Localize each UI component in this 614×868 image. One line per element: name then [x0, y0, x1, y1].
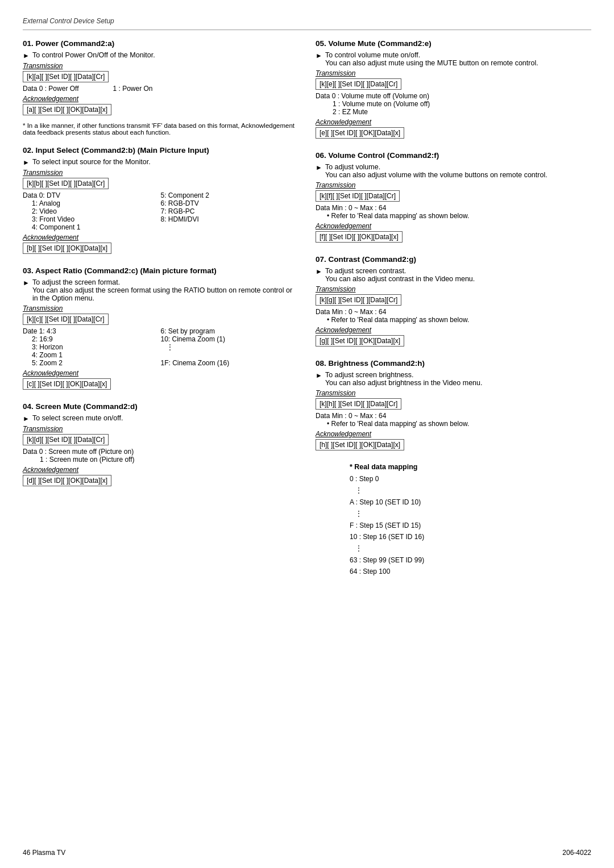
- section-05-desc: To control volume mute on/off. You can a…: [325, 51, 538, 67]
- section-04-title: 04. Screen Mute (Command2:d): [23, 402, 298, 411]
- section-05-ack-label: Acknowledgement: [316, 118, 591, 126]
- section-02-title: 02. Input Select (Command2:b) (Main Pict…: [23, 146, 298, 155]
- section-06-data: Data Min : 0 ~ Max : 64 • Refer to 'Real…: [316, 204, 591, 220]
- arrow-icon-03: ►: [23, 279, 30, 287]
- section-08-arrow: ► To adjust screen brightness. You can a…: [316, 371, 591, 387]
- section-07-arrow: ► To adjust screen contrast. You can als…: [316, 267, 591, 283]
- real-data-mapping: * Real data mapping 0 : Step 0 ⋮ A : Ste…: [350, 463, 591, 578]
- footer-left: 46 Plasma TV: [23, 849, 65, 857]
- section-01-data-0: Data 0 : Power Off: [23, 85, 79, 93]
- page: External Control Device Setup 01. Power …: [0, 0, 614, 868]
- section-07-ack-code: [g][ ][Set ID][ ][OK][Data][x]: [316, 335, 404, 347]
- section-02-tx-label: Transmission: [23, 169, 298, 177]
- section-06-arrow: ► To adjust volume. You can also adjust …: [316, 163, 591, 179]
- left-column: 01. Power (Command2:a) ► To control Powe…: [23, 39, 298, 578]
- section-07-desc: To adjust screen contrast. You can also …: [325, 267, 475, 283]
- section-03-arrow: ► To adjust the screen format. You can a…: [23, 278, 298, 302]
- real-data-entries: 0 : Step 0 ⋮ A : Step 10 (SET ID 10) ⋮ F…: [350, 473, 591, 578]
- section-01-note: * In a like manner, if other functions t…: [23, 122, 298, 136]
- section-02-arrow: ► To select input source for the Monitor…: [23, 158, 298, 166]
- section-06-ack-code: [f][ ][Set ID][ ][OK][Data][x]: [316, 231, 403, 243]
- section-01-tx-label: Transmission: [23, 62, 298, 70]
- section-08-ack-label: Acknowledgement: [316, 430, 591, 438]
- section-07-bullet: • Refer to 'Real data mapping' as shown …: [327, 316, 591, 324]
- section-08-title: 08. Brightness (Command2:h): [316, 359, 591, 368]
- section-01-tx-code: [k][a][ ][Set ID][ ][Data][Cr]: [23, 71, 109, 82]
- arrow-icon-05: ►: [316, 52, 322, 60]
- section-05-tx-label: Transmission: [316, 69, 591, 77]
- section-03-ack-code: [c][ ][Set ID][ ][OK][Data][x]: [23, 378, 111, 390]
- section-02-desc: To select input source for the Monitor.: [32, 158, 151, 166]
- section-06-ack-label: Acknowledgement: [316, 222, 591, 230]
- section-03-desc: To adjust the screen format. You can als…: [32, 278, 298, 302]
- section-08-brightness: 08. Brightness (Command2:h) ► To adjust …: [316, 359, 591, 453]
- section-05-title: 05. Volume Mute (Command2:e): [316, 39, 591, 48]
- section-05-volmute: 05. Volume Mute (Command2:e) ► To contro…: [316, 39, 591, 141]
- section-01-data: Data 0 : Power Off 1 : Power On: [23, 85, 298, 93]
- section-01-title: 01. Power (Command2:a): [23, 39, 298, 48]
- section-08-ack-code: [h][ ][Set ID][ ][OK][Data][x]: [316, 439, 404, 450]
- page-footer: 46 Plasma TV 206-4022: [23, 849, 591, 857]
- section-04-tx-code: [k][d][ ][Set ID][ ][Data][Cr]: [23, 434, 109, 445]
- arrow-icon-07: ►: [316, 268, 322, 276]
- section-01-power: 01. Power (Command2:a) ► To control Powe…: [23, 39, 298, 136]
- section-06-desc: To adjust volume. You can also adjust vo…: [325, 163, 547, 179]
- section-07-tx-label: Transmission: [316, 285, 591, 293]
- section-06-title: 06. Volume Control (Command2:f): [316, 151, 591, 160]
- section-03-ack-label: Acknowledgement: [23, 369, 298, 377]
- section-03-col1: Date 1: 4:3 2: 16:9 3: Horizon 4: Zoom 1…: [23, 327, 161, 367]
- section-04-arrow: ► To select screen mute on/off.: [23, 414, 298, 423]
- section-03-title: 03. Aspect Ratio (Command2:c) (Main pict…: [23, 266, 298, 275]
- section-06-volctrl: 06. Volume Control (Command2:f) ► To adj…: [316, 151, 591, 245]
- section-01-arrow: ► To control Power On/Off of the Monitor…: [23, 51, 298, 60]
- section-05-ack-code: [e][ ][Set ID][ ][OK][Data][x]: [316, 127, 404, 139]
- footer-right: 206-4022: [562, 849, 591, 857]
- arrow-icon-08: ►: [316, 372, 322, 379]
- page-header: External Control Device Setup: [23, 17, 591, 25]
- section-08-data: Data Min : 0 ~ Max : 64 • Refer to 'Real…: [316, 412, 591, 428]
- section-02-col2: 5: Component 2 6: RGB-DTV 7: RGB-PC 8: H…: [161, 191, 299, 231]
- section-03-data: Date 1: 4:3 2: 16:9 3: Horizon 4: Zoom 1…: [23, 327, 298, 367]
- section-07-ack-label: Acknowledgement: [316, 326, 591, 334]
- arrow-icon-01: ►: [23, 52, 30, 60]
- section-04-tx-label: Transmission: [23, 425, 298, 433]
- section-07-title: 07. Contrast (Command2:g): [316, 255, 591, 264]
- section-04-ack-code: [d][ ][Set ID][ ][OK][Data][x]: [23, 475, 111, 486]
- section-03-tx-label: Transmission: [23, 304, 298, 312]
- right-column: 05. Volume Mute (Command2:e) ► To contro…: [316, 39, 591, 578]
- section-05-data: Data 0 : Volume mute off (Volume on) 1 :…: [316, 92, 591, 116]
- section-06-bullet: • Refer to 'Real data mapping' as shown …: [327, 212, 591, 220]
- section-01-ack-code: [a][ ][Set ID][ ][OK][Data][x]: [23, 104, 111, 115]
- header-divider: [23, 30, 591, 30]
- main-content: 01. Power (Command2:a) ► To control Powe…: [23, 39, 591, 578]
- section-07-tx-code: [k][g][ ][Set ID][ ][Data][Cr]: [316, 294, 401, 306]
- arrow-icon-06: ►: [316, 164, 322, 172]
- section-07-data: Data Min : 0 ~ Max : 64 • Refer to 'Real…: [316, 308, 591, 324]
- section-02-tx-code: [k][b][ ][Set ID][ ][Data][Cr]: [23, 178, 109, 189]
- section-04-data: Data 0 : Screen mute off (Picture on) 1 …: [23, 448, 298, 464]
- section-02-data: Data 0: DTV 1: Analog 2: Video 3: Front …: [23, 191, 298, 231]
- section-07-contrast: 07. Contrast (Command2:g) ► To adjust sc…: [316, 255, 591, 349]
- section-04-screenmute: 04. Screen Mute (Command2:d) ► To select…: [23, 402, 298, 489]
- section-08-tx-label: Transmission: [316, 389, 591, 397]
- section-06-tx-code: [k][f][ ][Set ID][ ][Data][Cr]: [316, 190, 400, 202]
- section-05-arrow: ► To control volume mute on/off. You can…: [316, 51, 591, 67]
- section-04-desc: To select screen mute on/off.: [32, 414, 123, 422]
- section-03-tx-code: [k][c][ ][Set ID][ ][Data][Cr]: [23, 314, 109, 325]
- real-data-title: * Real data mapping: [350, 463, 591, 471]
- section-02-col1: Data 0: DTV 1: Analog 2: Video 3: Front …: [23, 191, 161, 231]
- section-01-data-1: 1 : Power On: [113, 85, 153, 93]
- arrow-icon-04: ►: [23, 415, 30, 423]
- section-02-input: 02. Input Select (Command2:b) (Main Pict…: [23, 146, 298, 256]
- section-03-col2: 6: Set by program 10: Cinema Zoom (1) ⋮ …: [161, 327, 299, 367]
- section-08-desc: To adjust screen brightness. You can als…: [325, 371, 483, 387]
- section-01-ack-label: Acknowledgement: [23, 95, 298, 103]
- section-03-aspect: 03. Aspect Ratio (Command2:c) (Main pict…: [23, 266, 298, 392]
- section-06-tx-label: Transmission: [316, 181, 591, 189]
- section-08-bullet: • Refer to 'Real data mapping' as shown …: [327, 420, 591, 428]
- section-01-desc: To control Power On/Off of the Monitor.: [32, 51, 155, 59]
- section-02-ack-label: Acknowledgement: [23, 233, 298, 241]
- arrow-icon-02: ►: [23, 158, 30, 166]
- section-02-ack-code: [b][ ][Set ID][ ][OK][Data][x]: [23, 243, 111, 254]
- section-05-tx-code: [k][e][ ][Set ID][ ][Data][Cr]: [316, 78, 401, 90]
